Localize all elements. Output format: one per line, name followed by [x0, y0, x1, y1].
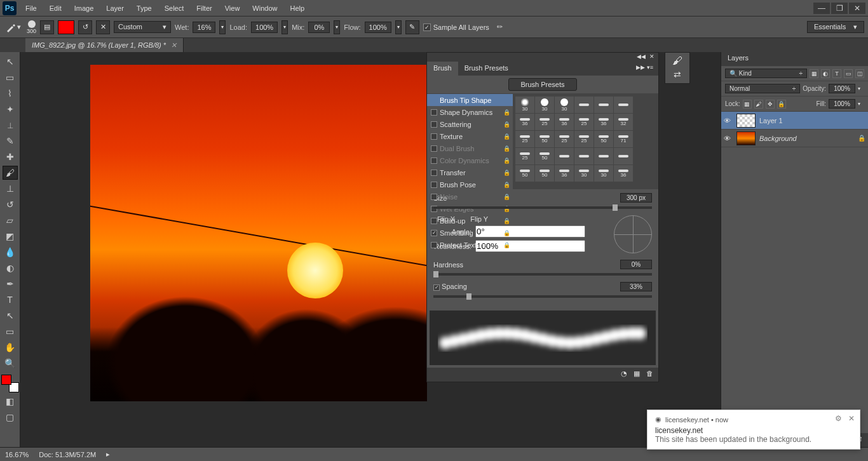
brush-tip-cell[interactable]: 36: [555, 165, 574, 182]
tab-brush-presets[interactable]: Brush Presets: [458, 62, 515, 76]
brush-option-build-up[interactable]: Build-up🔒: [427, 215, 513, 227]
menu-type[interactable]: Type: [130, 2, 158, 15]
chrome-notification[interactable]: ⚙✕ ◉licensekey.net • now licensekey.net …: [647, 410, 860, 450]
gradient-tool-icon[interactable]: ◩: [3, 229, 18, 243]
marquee-tool-icon[interactable]: ▭: [3, 70, 18, 84]
brush-tip-grid[interactable]: 3030303625362536322550252550712550505036…: [513, 94, 658, 189]
brush-tip-cell[interactable]: 32: [614, 114, 633, 130]
lock-icon[interactable]: 🔒: [503, 157, 510, 164]
brush-tip-cell[interactable]: 36: [594, 114, 613, 130]
hardness-slider[interactable]: [433, 273, 652, 276]
brush-tip-cell[interactable]: [555, 148, 574, 164]
pen-tool-icon[interactable]: ✒: [3, 277, 18, 291]
magic-wand-tool-icon[interactable]: ✦: [3, 102, 18, 116]
brush-tip-cell[interactable]: [594, 97, 613, 113]
wet-value[interactable]: 16%: [193, 22, 215, 33]
brush-option-color-dynamics[interactable]: Color Dynamics🔒: [427, 154, 513, 166]
lock-icon[interactable]: 🔒: [858, 135, 865, 142]
filter-type-icon[interactable]: T: [832, 69, 841, 78]
lock-icon[interactable]: 🔒: [503, 121, 510, 128]
brush-tip-cell[interactable]: 25: [574, 114, 593, 130]
brush-presets-dock-icon[interactable]: 🖌: [672, 55, 682, 67]
brush-tip-cell[interactable]: [614, 148, 633, 164]
document-canvas[interactable]: [90, 65, 427, 401]
spacing-slider[interactable]: [433, 295, 652, 298]
screenmode-icon[interactable]: ▢: [3, 410, 18, 424]
eraser-tool-icon[interactable]: ▱: [3, 213, 18, 227]
clone-stamp-tool-icon[interactable]: ⊥: [3, 182, 18, 196]
brush-tip-cell[interactable]: 25: [574, 131, 593, 147]
blur-tool-icon[interactable]: 💧: [3, 245, 18, 259]
brush-panel-toggle-icon[interactable]: ▤: [40, 20, 54, 34]
path-select-tool-icon[interactable]: ↖: [3, 309, 18, 323]
doc-size[interactable]: Doc: 51.3M/57.2M: [39, 451, 96, 458]
brush-tip-cell[interactable]: 25: [515, 148, 534, 164]
color-swatch[interactable]: [58, 20, 74, 34]
zoom-level[interactable]: 16.67%: [5, 451, 29, 458]
filter-smart-icon[interactable]: ◫: [855, 69, 864, 78]
mixer-mode-select[interactable]: Custom ▾: [114, 21, 171, 33]
brush-option-noise[interactable]: Noise🔒: [427, 190, 513, 203]
tab-close-icon[interactable]: ✕: [171, 41, 177, 50]
brush-tip-cell[interactable]: 30: [574, 165, 593, 182]
close-icon[interactable]: ✕: [649, 53, 654, 61]
brush-tip-cell[interactable]: 30: [594, 165, 613, 182]
option-checkbox[interactable]: [431, 242, 437, 248]
mix-dropdown[interactable]: ▾: [334, 20, 340, 34]
lock-icon[interactable]: 🔒: [503, 133, 510, 140]
visibility-icon[interactable]: 👁: [724, 135, 733, 142]
dodge-tool-icon[interactable]: ◐: [3, 261, 18, 275]
brush-tip-cell[interactable]: [574, 97, 593, 113]
clean-brush-icon[interactable]: ✕: [96, 20, 110, 34]
expand-icon[interactable]: ▶▶ ▾≡: [631, 62, 658, 76]
brush-option-smoothing[interactable]: ✓Smoothing🔒: [427, 227, 513, 239]
option-checkbox[interactable]: [431, 218, 437, 224]
layer-name[interactable]: Layer 1: [759, 117, 783, 124]
brush-preset-picker[interactable]: 300: [27, 20, 36, 34]
menu-layer[interactable]: Layer: [100, 2, 130, 15]
brush-tip-cell[interactable]: 50: [535, 131, 554, 147]
brush-option-scattering[interactable]: Scattering🔒: [427, 118, 513, 130]
brush-option-transfer[interactable]: Transfer🔒: [427, 166, 513, 178]
lock-icon[interactable]: 🔒: [503, 218, 510, 224]
option-checkbox[interactable]: ✓: [431, 230, 437, 236]
menu-filter[interactable]: Filter: [190, 2, 218, 15]
fg-bg-color[interactable]: [1, 375, 19, 392]
crop-tool-icon[interactable]: ⟂: [3, 118, 18, 132]
layer-filter-kind[interactable]: 🔍 Kind÷: [725, 69, 807, 78]
menu-view[interactable]: View: [219, 2, 247, 15]
tablet-pressure-icon[interactable]: ✏: [493, 20, 507, 34]
active-tool-icon[interactable]: ▾: [4, 20, 23, 34]
brush-option-brush-pose[interactable]: Brush Pose🔒: [427, 178, 513, 190]
mixer-brush-tool-icon[interactable]: 🖌: [3, 166, 18, 180]
brush-tip-cell[interactable]: 50: [535, 165, 554, 182]
brush-tip-cell[interactable]: 50: [515, 165, 534, 182]
zoom-tool-icon[interactable]: 🔍: [3, 356, 18, 370]
filter-shape-icon[interactable]: ▭: [844, 69, 853, 78]
fill-input[interactable]: 100%: [829, 99, 855, 109]
restore-icon[interactable]: ❐: [831, 3, 848, 14]
brush-option-shape-dynamics[interactable]: Shape Dynamics🔒: [427, 106, 513, 118]
size-input[interactable]: [620, 193, 652, 203]
eyedropper-tool-icon[interactable]: ✎: [3, 134, 18, 148]
lock-icon[interactable]: 🔒: [503, 194, 510, 200]
menu-image[interactable]: Image: [68, 2, 100, 15]
brush-tip-cell[interactable]: 30: [535, 97, 554, 113]
lock-icon[interactable]: 🔒: [503, 242, 510, 248]
menu-edit[interactable]: Edit: [43, 2, 68, 15]
menu-window[interactable]: Window: [246, 2, 283, 15]
brush-tip-cell[interactable]: [594, 148, 613, 164]
layer-row[interactable]: 👁 Background 🔒: [721, 130, 868, 147]
option-checkbox[interactable]: [431, 170, 437, 176]
load-value[interactable]: 100%: [251, 22, 278, 33]
brush-tip-cell[interactable]: 30: [515, 97, 534, 113]
collapse-icon[interactable]: ◀◀: [637, 53, 646, 61]
brush-tip-cell[interactable]: 25: [515, 131, 534, 147]
layer-row[interactable]: 👁 Layer 1: [721, 112, 868, 130]
wet-dropdown[interactable]: ▾: [219, 20, 226, 34]
option-checkbox[interactable]: [431, 121, 437, 128]
layer-thumbnail[interactable]: [736, 114, 756, 128]
tab-layers[interactable]: Layers: [721, 52, 868, 66]
angle-roundness-widget[interactable]: [614, 215, 652, 253]
lock-position-icon[interactable]: ✥: [766, 100, 775, 109]
